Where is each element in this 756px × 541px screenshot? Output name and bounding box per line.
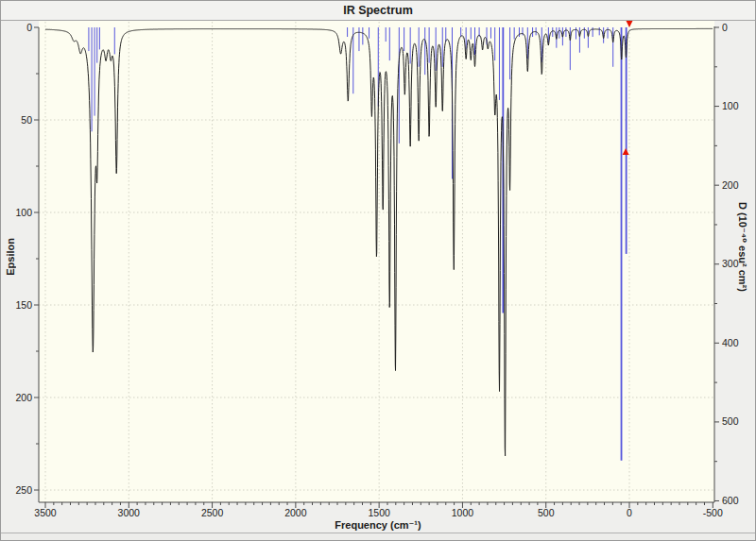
y-axis-right-label: D (10⁻⁴⁰ esu² cm²) bbox=[737, 202, 749, 292]
spectrum-plot-canvas[interactable]: 3500300025002000150010005000-50005010015… bbox=[1, 1, 756, 541]
svg-text:150: 150 bbox=[15, 299, 32, 311]
ir-spectrum-window: IR Spectrum 3500300025002000150010005000… bbox=[0, 0, 756, 541]
svg-text:500: 500 bbox=[722, 415, 739, 427]
svg-text:200: 200 bbox=[15, 392, 32, 403]
x-axis-label: Frequency (cm⁻¹) bbox=[1, 519, 755, 532]
svg-text:0: 0 bbox=[627, 507, 632, 518]
svg-text:500: 500 bbox=[538, 507, 555, 518]
y-axis-left-label: Epsilon bbox=[5, 238, 16, 276]
svg-text:3000: 3000 bbox=[118, 507, 141, 518]
svg-text:-500: -500 bbox=[703, 507, 723, 518]
svg-text:600: 600 bbox=[722, 495, 739, 506]
svg-text:0: 0 bbox=[722, 22, 728, 33]
svg-text:250: 250 bbox=[15, 484, 32, 496]
svg-text:1000: 1000 bbox=[452, 507, 474, 518]
svg-text:50: 50 bbox=[21, 114, 32, 126]
svg-text:2000: 2000 bbox=[284, 507, 307, 518]
svg-text:100: 100 bbox=[15, 207, 32, 218]
svg-text:400: 400 bbox=[722, 337, 739, 348]
svg-text:100: 100 bbox=[722, 100, 739, 111]
svg-text:200: 200 bbox=[722, 179, 739, 191]
svg-text:3500: 3500 bbox=[34, 507, 57, 518]
status-bar bbox=[1, 533, 755, 540]
svg-text:0: 0 bbox=[26, 22, 32, 33]
svg-text:1500: 1500 bbox=[368, 507, 390, 518]
svg-text:2500: 2500 bbox=[201, 507, 224, 518]
